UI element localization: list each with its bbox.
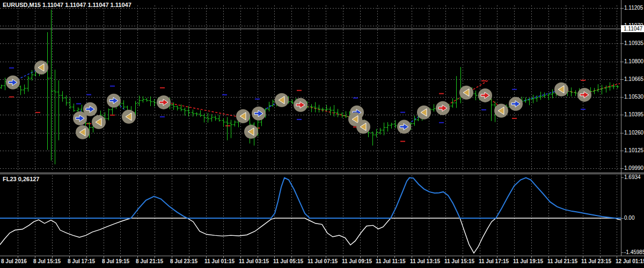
yellow-triangle-marker[interactable]: [459, 86, 473, 100]
yellow-triangle-marker[interactable]: [122, 110, 136, 124]
red-arrow-marker[interactable]: [577, 88, 591, 102]
indicator-zero-blue-line: [0, 178, 621, 218]
blue-arrow-marker[interactable]: [6, 76, 20, 90]
chart-title: EURUSD,M15 1.11047 1.11047 1.11047 1.110…: [3, 2, 131, 8]
red-arrow-marker[interactable]: [157, 95, 171, 109]
time-axis-label: 12 Jul 01:15: [616, 258, 644, 264]
pane-borders: [0, 0, 644, 258]
red-arrow-marker[interactable]: [294, 98, 308, 112]
yellow-triangle-marker[interactable]: [494, 104, 508, 118]
price-axis-label: 1.09990: [624, 165, 643, 172]
time-axis-label: 11 Jul 03:15: [239, 258, 269, 264]
yellow-triangle-marker[interactable]: [356, 120, 370, 134]
yellow-triangle-marker[interactable]: [34, 61, 48, 75]
time-axis-label: 8 Jul 23:15: [170, 258, 197, 264]
yellow-triangle-marker[interactable]: [236, 109, 250, 123]
indicator-axis-label: 0.00: [624, 215, 634, 221]
time-axis-label: 8 Jul 15:15: [33, 258, 61, 264]
price-axis-label: 1.10665: [624, 76, 643, 83]
time-axis-label: 11 Jul 11:15: [376, 258, 406, 264]
price-axis-label: 1.10800: [624, 58, 643, 65]
current-price-tag: 1.11047: [621, 25, 644, 32]
red-arrow-marker[interactable]: [436, 101, 450, 115]
price-axis-label: 1.10935: [624, 40, 643, 47]
price-axis-label: 1.10395: [624, 111, 643, 118]
time-axis-label: 11 Jul 15:15: [444, 258, 474, 264]
red-arrow-marker[interactable]: [478, 88, 492, 102]
price-axis-label: 1.10260: [624, 130, 643, 136]
chart-canvas[interactable]: [0, 0, 644, 268]
yellow-triangle-marker[interactable]: [244, 125, 258, 139]
yellow-triangle-marker[interactable]: [417, 106, 431, 120]
indicator-axis-label: -1.45985: [624, 249, 644, 256]
time-axis-label: 11 Jul 09:15: [342, 258, 372, 264]
time-axis-label: 11 Jul 17:15: [479, 258, 509, 264]
blue-arrow-marker[interactable]: [83, 102, 97, 116]
price-axis-label: 1.11205: [624, 5, 643, 11]
blue-arrow-marker[interactable]: [509, 97, 523, 111]
time-axis-label: 11 Jul 13:15: [410, 258, 440, 264]
blue-arrow-marker[interactable]: [252, 107, 266, 121]
yellow-triangle-marker[interactable]: [554, 83, 568, 96]
indicator-title: FL23 0,26127: [3, 176, 40, 182]
time-axis-label: 11 Jul 19:15: [513, 258, 543, 264]
price-axis-label: 1.10125: [624, 147, 643, 154]
time-axis-label: 11 Jul 23:15: [581, 258, 611, 264]
mt4-chart-window: EURUSD,M15 1.11047 1.11047 1.11047 1.110…: [0, 0, 644, 268]
time-axis-label: 11 Jul 01:15: [204, 258, 235, 264]
blue-arrow-marker[interactable]: [397, 120, 411, 134]
price-bars[interactable]: [0, 10, 619, 165]
yellow-triangle-marker[interactable]: [275, 93, 289, 107]
indicator-white-line: [0, 218, 621, 253]
time-axis-label: 11 Jul 21:15: [547, 258, 577, 264]
time-axis-label: 8 Jul 21:15: [136, 258, 163, 264]
yellow-triangle-marker[interactable]: [92, 115, 106, 129]
signal-markers[interactable]: [6, 61, 591, 139]
time-axis-label: 8 Jul 17:15: [68, 258, 95, 264]
price-axis-label: 1.10530: [624, 94, 643, 100]
time-axis-label: 11 Jul 07:15: [308, 258, 338, 264]
time-axis-label: 8 Jul 19:15: [102, 258, 129, 264]
fl23-indicator: [0, 178, 621, 254]
indicator-axis-label: 1.6934: [624, 174, 641, 181]
time-axis-label: 8 Jul 2016: [1, 258, 27, 264]
time-axis-label: 11 Jul 05:15: [273, 258, 303, 264]
yellow-triangle-marker[interactable]: [76, 125, 90, 139]
blue-arrow-marker[interactable]: [107, 94, 121, 108]
